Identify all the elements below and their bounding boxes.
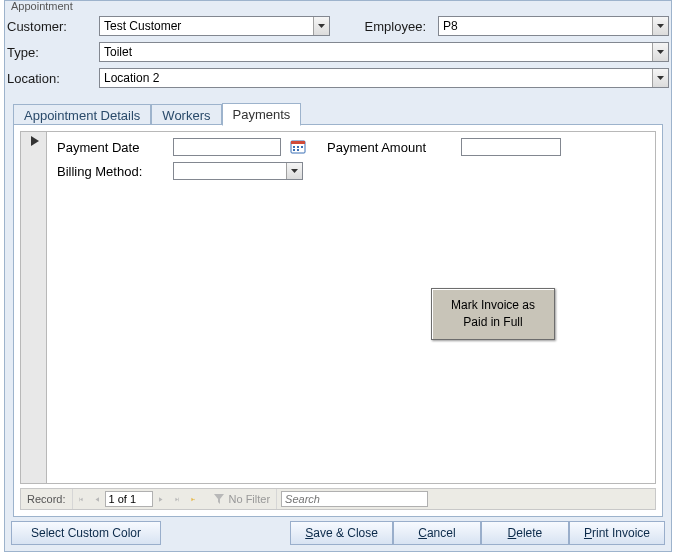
svg-rect-6 xyxy=(297,149,299,151)
svg-rect-5 xyxy=(293,149,295,151)
svg-rect-7 xyxy=(79,497,80,501)
location-label: Location: xyxy=(7,71,93,86)
payment-date-input[interactable] xyxy=(173,138,281,156)
payments-panel: Payment Date Payment Amoun xyxy=(13,124,663,517)
mark-paid-button[interactable]: Mark Invoice as Paid in Full xyxy=(431,288,555,340)
payment-date-label: Payment Date xyxy=(57,140,165,155)
employee-value: P8 xyxy=(443,19,458,33)
employee-combo[interactable]: P8 xyxy=(438,16,669,36)
tab-workers[interactable]: Workers xyxy=(151,104,221,126)
billing-method-combo[interactable] xyxy=(173,162,303,180)
record-navigator: Record: No Filter xyxy=(20,488,656,510)
svg-rect-1 xyxy=(291,141,305,144)
svg-rect-8 xyxy=(178,497,179,501)
cancel-button[interactable]: Cancel xyxy=(393,521,481,545)
appointment-window: Appointment Customer: Test Customer Empl… xyxy=(4,0,672,552)
svg-rect-3 xyxy=(297,146,299,148)
chevron-down-icon[interactable] xyxy=(652,43,668,61)
filter-icon xyxy=(211,491,227,507)
payment-amount-input[interactable] xyxy=(461,138,561,156)
save-close-button[interactable]: Save & Close xyxy=(290,521,393,545)
type-label: Type: xyxy=(7,45,93,60)
chevron-down-icon[interactable] xyxy=(286,163,302,179)
filter-label: No Filter xyxy=(229,493,271,505)
nav-last-icon[interactable] xyxy=(169,491,185,507)
header-grid: Customer: Test Customer Employee: P8 Typ… xyxy=(7,15,669,89)
record-navigator-label: Record: xyxy=(27,493,66,505)
footer-bar: Select Custom Color Save & Close Cancel … xyxy=(11,521,665,545)
nav-first-icon[interactable] xyxy=(73,491,89,507)
billing-method-label: Billing Method: xyxy=(57,164,165,179)
record-search-input[interactable] xyxy=(281,491,428,507)
select-custom-color-button[interactable]: Select Custom Color xyxy=(11,521,161,545)
chevron-down-icon[interactable] xyxy=(313,17,329,35)
nav-next-icon[interactable] xyxy=(153,491,169,507)
chevron-down-icon[interactable] xyxy=(652,17,668,35)
customer-value: Test Customer xyxy=(104,19,181,33)
calendar-icon[interactable] xyxy=(289,138,307,156)
employee-label: Employee: xyxy=(336,19,432,34)
customer-combo[interactable]: Test Customer xyxy=(99,16,330,36)
svg-rect-4 xyxy=(301,146,303,148)
record-selector[interactable] xyxy=(21,132,47,483)
print-invoice-button[interactable]: Print Invoice xyxy=(569,521,665,545)
type-combo[interactable]: Toilet xyxy=(99,42,669,62)
chevron-down-icon[interactable] xyxy=(652,69,668,87)
type-value: Toilet xyxy=(104,45,132,59)
delete-button[interactable]: Delete xyxy=(481,521,569,545)
tab-appointment-details[interactable]: Appointment Details xyxy=(13,104,151,126)
customer-label: Customer: xyxy=(7,19,93,34)
nav-prev-icon[interactable] xyxy=(89,491,105,507)
tabstrip: Appointment Details Workers Payments xyxy=(13,101,663,125)
window-title: Appointment xyxy=(9,0,75,12)
payments-subform: Payment Date Payment Amoun xyxy=(20,131,656,484)
record-position-input[interactable] xyxy=(105,491,153,507)
nav-new-icon[interactable] xyxy=(185,491,201,507)
payment-amount-label: Payment Amount xyxy=(327,140,453,155)
tab-payments[interactable]: Payments xyxy=(222,103,302,126)
location-combo[interactable]: Location 2 xyxy=(99,68,669,88)
svg-rect-2 xyxy=(293,146,295,148)
current-record-icon xyxy=(31,136,39,146)
location-value: Location 2 xyxy=(104,71,159,85)
detail-area: Payment Date Payment Amoun xyxy=(47,132,655,483)
